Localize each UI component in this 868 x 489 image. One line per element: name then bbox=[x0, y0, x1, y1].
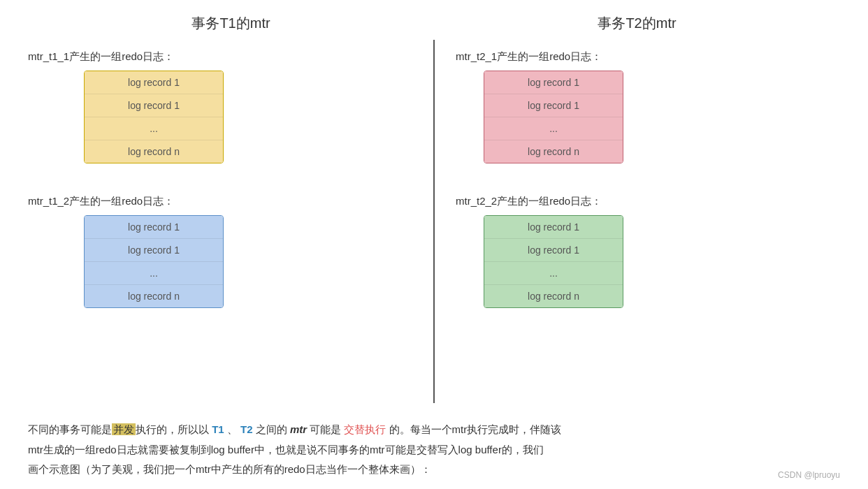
log-row: log record 1 bbox=[484, 94, 623, 117]
highlight-t2: T2 bbox=[240, 423, 253, 435]
title-right: 事务T2的mtr bbox=[434, 14, 840, 33]
log-box-pink: log record 1 log record 1 ... log record… bbox=[484, 71, 623, 163]
log-row: log record 1 bbox=[85, 216, 223, 239]
csdn-label: CSDN bbox=[778, 470, 802, 480]
bottom-wrapper: 不同的事务可能是并发执行的，所以以 T1 、 T2 之间的 mtr 可能是 交替… bbox=[28, 403, 840, 480]
vertical-divider bbox=[433, 40, 435, 403]
log-row: ... bbox=[85, 262, 223, 285]
log-row: log record 1 bbox=[85, 94, 223, 117]
log-row: log record n bbox=[484, 140, 623, 163]
log-box-yellow: log record 1 log record 1 ... log record… bbox=[84, 71, 224, 163]
log-row: log record 1 bbox=[484, 239, 623, 262]
highlight-alternate: 交替执行 bbox=[344, 423, 386, 435]
diagram-area: mtr_t1_1产生的一组redo日志： log record 1 log re… bbox=[28, 40, 840, 403]
highlight-mtr: mtr bbox=[290, 423, 307, 435]
top-titles: 事务T1的mtr 事务T2的mtr bbox=[28, 14, 840, 33]
section2-label-left: mtr_t1_2产生的一组redo日志： bbox=[28, 195, 412, 208]
section2-label-right: mtr_t2_2产生的一组redo日志： bbox=[456, 195, 840, 208]
title-left: 事务T1的mtr bbox=[28, 14, 434, 33]
text-mid2: 之间的 bbox=[253, 423, 290, 435]
log-row: log record 1 bbox=[484, 216, 623, 239]
log-box-green: log record 1 log record 1 ... log record… bbox=[484, 215, 623, 308]
log-row: ... bbox=[85, 117, 223, 140]
csdn-user: @lpruoyu bbox=[804, 470, 840, 480]
right-column: mtr_t2_1产生的一组redo日志： log record 1 log re… bbox=[442, 40, 840, 403]
log-box-blue: log record 1 log record 1 ... log record… bbox=[84, 215, 224, 308]
log-row: log record 1 bbox=[85, 239, 223, 262]
main-layout: 事务T1的mtr 事务T2的mtr mtr_t1_1产生的一组redo日志： l… bbox=[28, 14, 840, 480]
section1-label-right: mtr_t2_1产生的一组redo日志： bbox=[456, 50, 840, 64]
text-mid: 执行的，所以以 bbox=[136, 423, 212, 435]
log-row: log record n bbox=[85, 285, 223, 307]
log-row: log record n bbox=[85, 140, 223, 163]
log-row: log record n bbox=[484, 285, 623, 307]
highlight-t1: T1 bbox=[212, 423, 224, 435]
text-sep: 、 bbox=[224, 423, 240, 435]
left-column: mtr_t1_1产生的一组redo日志： log record 1 log re… bbox=[28, 40, 426, 403]
section1-label-left: mtr_t1_1产生的一组redo日志： bbox=[28, 50, 412, 64]
spacer bbox=[456, 163, 840, 184]
text-mid3: 可能是 bbox=[307, 423, 344, 435]
text-pre: 不同的事务可能是 bbox=[28, 423, 112, 435]
spacer bbox=[28, 163, 412, 184]
log-row: log record 1 bbox=[85, 71, 223, 94]
bottom-text: 不同的事务可能是并发执行的，所以以 T1 、 T2 之间的 mtr 可能是 交替… bbox=[28, 420, 840, 480]
log-row: ... bbox=[484, 262, 623, 285]
log-row: log record 1 bbox=[484, 71, 623, 94]
log-row: ... bbox=[484, 117, 623, 140]
highlight-concurrent: 并发 bbox=[112, 423, 136, 435]
csdn-watermark: CSDN @lpruoyu bbox=[778, 470, 840, 480]
